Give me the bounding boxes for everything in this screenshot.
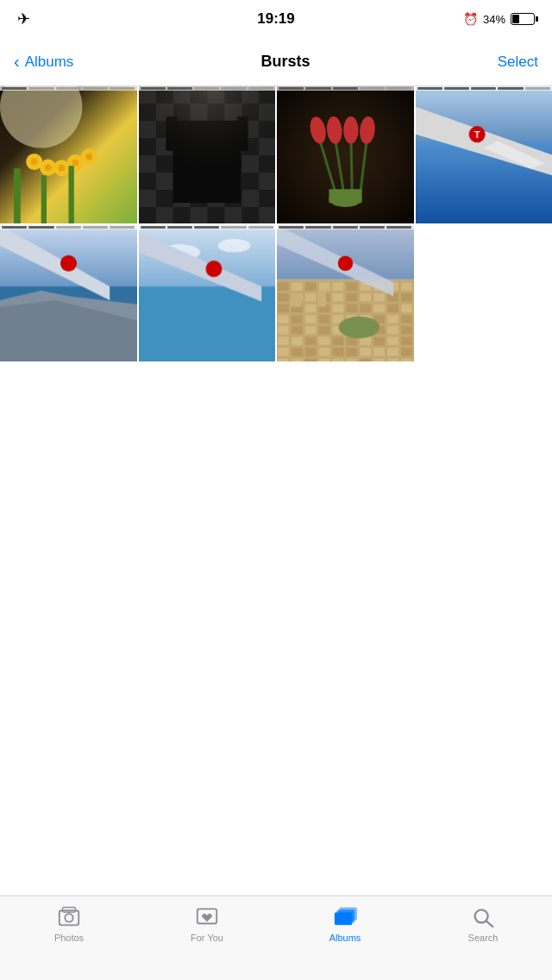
status-time: 19:19	[257, 10, 294, 28]
photo-image-5	[0, 225, 137, 362]
albums-icon	[332, 905, 358, 929]
photo-cell-7[interactable]	[277, 225, 414, 362]
photo-image-7	[277, 225, 414, 362]
battery-percent: 34%	[483, 13, 505, 26]
burst-indicator-3	[277, 86, 414, 91]
photo-grid	[0, 86, 552, 361]
status-left: ✈	[17, 9, 30, 28]
alarm-icon: ⏰	[463, 12, 478, 26]
photo-image-2	[139, 86, 276, 223]
photos-label: Photos	[54, 933, 84, 943]
page-title: Bursts	[261, 53, 310, 71]
svg-rect-6	[339, 908, 357, 920]
svg-point-2	[65, 914, 72, 921]
tab-bar: Photos For You Albums S	[0, 895, 552, 980]
burst-indicator-1	[0, 86, 137, 91]
burst-indicator-2	[139, 86, 276, 91]
tab-for-you[interactable]: For You	[138, 905, 276, 943]
photo-image-1	[0, 86, 137, 223]
burst-indicator-7	[277, 225, 414, 229]
photo-cell-6[interactable]	[139, 225, 276, 362]
tab-photos[interactable]: Photos	[0, 905, 138, 943]
photo-cell-4[interactable]	[416, 86, 553, 223]
burst-indicator-4	[416, 86, 553, 91]
photo-cell-3[interactable]	[277, 86, 414, 223]
burst-indicator-5	[0, 225, 137, 229]
for-you-label: For You	[191, 933, 223, 943]
photos-icon	[56, 905, 82, 929]
status-right: ⏰ 34%	[463, 12, 535, 26]
svg-line-8	[486, 921, 492, 927]
navigation-bar: ‹ Albums Bursts Select	[0, 38, 552, 86]
tab-search[interactable]: Search	[414, 905, 552, 943]
photo-image-4	[416, 86, 553, 223]
search-icon	[470, 905, 496, 929]
burst-indicator-6	[139, 225, 276, 229]
back-chevron-icon: ‹	[14, 52, 20, 72]
photo-cell-5[interactable]	[0, 225, 137, 362]
photo-image-3	[277, 86, 414, 223]
albums-label: Albums	[329, 933, 361, 943]
status-bar: ✈ 19:19 ⏰ 34%	[0, 0, 552, 38]
back-button[interactable]: ‹ Albums	[14, 52, 73, 72]
tab-albums[interactable]: Albums	[276, 905, 414, 943]
photo-cell-1[interactable]	[0, 86, 137, 223]
search-label: Search	[468, 933, 499, 943]
back-label: Albums	[25, 53, 74, 71]
airplane-mode-icon: ✈	[17, 9, 30, 28]
photo-image-6	[139, 225, 276, 362]
select-button[interactable]: Select	[498, 53, 538, 71]
photo-cell-2[interactable]	[139, 86, 276, 223]
for-you-icon	[194, 905, 220, 929]
battery-icon	[511, 13, 535, 25]
battery-fill	[512, 15, 519, 23]
